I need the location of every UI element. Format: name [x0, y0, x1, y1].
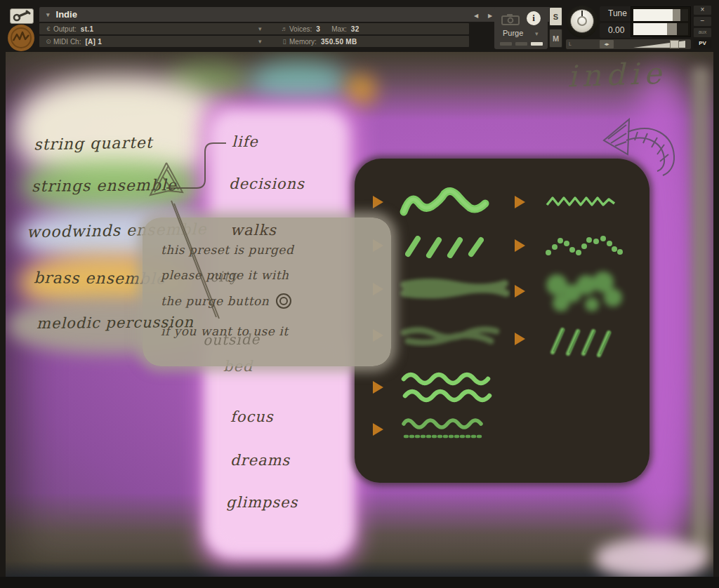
- solo-button[interactable]: S: [549, 7, 562, 26]
- pan-left-label: L: [569, 41, 572, 46]
- top-orange-dot: [345, 74, 376, 105]
- bottom-pink-blob: [595, 539, 708, 577]
- kontakt-instrument-window: ▾ Indie € Output: st.1 ▾ ♬ Voices: 3 Max…: [0, 0, 719, 588]
- play-triangle[interactable]: [515, 333, 525, 345]
- info-button[interactable]: i: [527, 11, 541, 25]
- prev-instrument-button[interactable]: ◀: [470, 11, 482, 21]
- right-gray-strip: [692, 67, 710, 558]
- max-value[interactable]: 32: [351, 25, 360, 33]
- preset-item-dreams[interactable]: dreams: [230, 452, 290, 469]
- midi-label: MIDI Ch:: [53, 38, 81, 46]
- pan-handle[interactable]: ◂▸: [600, 40, 614, 48]
- pattern-fuzzy-scribble-band[interactable]: [398, 323, 510, 348]
- purge-button[interactable]: Purge: [503, 29, 523, 37]
- preset-item-decisions[interactable]: decisions: [229, 175, 305, 192]
- pattern-thin-zigzag-line[interactable]: [543, 192, 627, 212]
- instrument-logo-badge: [7, 24, 35, 52]
- play-triangle[interactable]: [373, 423, 383, 436]
- purge-indicator-1: [500, 42, 512, 46]
- preset-item-glimpses[interactable]: glimpses: [226, 494, 298, 511]
- purge-dropdown-caret[interactable]: ▾: [535, 30, 539, 37]
- pattern-thick-zigzag-wave[interactable]: [398, 187, 510, 218]
- instrument-item-melodic-percussion[interactable]: melodic percussion: [37, 314, 194, 332]
- bottom-frame: [0, 577, 719, 588]
- play-triangle[interactable]: [515, 285, 525, 298]
- aux-button[interactable]: aux: [694, 28, 711, 37]
- pattern-diagonal-dashes[interactable]: [398, 232, 510, 260]
- snapshot-camera-icon[interactable]: [501, 13, 520, 25]
- midi-icon: ⊙: [44, 38, 53, 45]
- output-row: € Output: st.1 ▾ ♬ Voices: 3 Max: 32: [39, 23, 469, 34]
- minimize-button[interactable]: −: [694, 17, 711, 26]
- tune-knob[interactable]: [566, 6, 598, 38]
- pv-button[interactable]: PV: [694, 39, 711, 48]
- instrument-artwork: string quartet strings ensemble woodwind…: [6, 52, 713, 577]
- indie-logo-text: indie: [567, 56, 666, 94]
- edit-wrench-button[interactable]: [10, 8, 34, 24]
- memory-value: 350.50 MB: [321, 38, 357, 46]
- mute-button[interactable]: M: [549, 29, 562, 48]
- voices-segment: ♬ Voices: 3 Max: 32: [275, 25, 360, 33]
- preset-item-life[interactable]: life: [232, 133, 258, 150]
- instrument-header: ▾ Indie € Output: st.1 ▾ ♬ Voices: 3 Max…: [6, 4, 713, 51]
- voices-label: Voices:: [289, 25, 312, 33]
- purge-panel: i Purge ▾: [494, 7, 548, 49]
- pattern-dense-fuzzy-band[interactable]: [398, 275, 510, 303]
- output-value[interactable]: st.1: [81, 25, 93, 33]
- midi-dropdown-caret[interactable]: ▾: [258, 38, 262, 45]
- midi-row: ⊙ MIDI Ch: [A] 1 ▾ ▯ Memory: 350.50 MB: [39, 36, 469, 47]
- memory-icon: ▯: [279, 38, 289, 45]
- purge-indicator-3: [531, 42, 543, 46]
- pattern-dotted-wave[interactable]: [543, 232, 627, 260]
- volume-handle[interactable]: [670, 40, 679, 48]
- midi-value[interactable]: [A] 1: [85, 38, 102, 46]
- voices-icon: ♬: [279, 25, 289, 32]
- instrument-item-strings-ensemble[interactable]: strings ensemble: [32, 176, 177, 195]
- play-triangle[interactable]: [515, 196, 525, 208]
- play-triangle[interactable]: [373, 196, 383, 208]
- tooltip-line-1: this preset is purged: [161, 243, 293, 257]
- volume-slider[interactable]: [631, 39, 691, 49]
- close-button[interactable]: ×: [694, 6, 711, 15]
- top-teal-blob: [249, 62, 348, 102]
- purge-button-icon: [276, 293, 291, 309]
- wrench-icon: [11, 9, 33, 23]
- tooltip-line-3: the purge button: [161, 293, 291, 309]
- output-icon: €: [44, 25, 53, 32]
- play-triangle[interactable]: [515, 239, 525, 252]
- preset-item-walks[interactable]: walks: [230, 222, 277, 239]
- pattern-double-wavy-lines[interactable]: [398, 369, 503, 406]
- memory-segment: ▯ Memory: 350.50 MB: [275, 38, 357, 46]
- sound-pattern-panel: [355, 159, 649, 483]
- max-label: Max:: [331, 25, 347, 33]
- output-dropdown-caret[interactable]: ▾: [258, 25, 262, 32]
- title-dropdown-caret[interactable]: ▾: [46, 11, 50, 18]
- voices-value: 3: [316, 25, 320, 33]
- tooltip-line-2: please purge it with: [161, 268, 289, 282]
- pattern-diagonal-scribbles[interactable]: [543, 320, 627, 359]
- memory-label: Memory:: [289, 38, 317, 46]
- level-meters: [631, 6, 691, 37]
- instrument-item-string-quartet[interactable]: string quartet: [34, 134, 153, 154]
- purge-indicator-2: [515, 42, 527, 46]
- play-triangle[interactable]: [373, 381, 383, 394]
- pattern-wavy-dotted-lines[interactable]: [398, 414, 510, 445]
- output-label: Output:: [53, 25, 77, 33]
- instrument-title: Indie: [56, 9, 77, 20]
- pattern-soft-circles[interactable]: [539, 265, 630, 316]
- purge-tooltip: city outside this preset is purged pleas…: [143, 218, 391, 366]
- preset-item-focus[interactable]: focus: [230, 408, 273, 425]
